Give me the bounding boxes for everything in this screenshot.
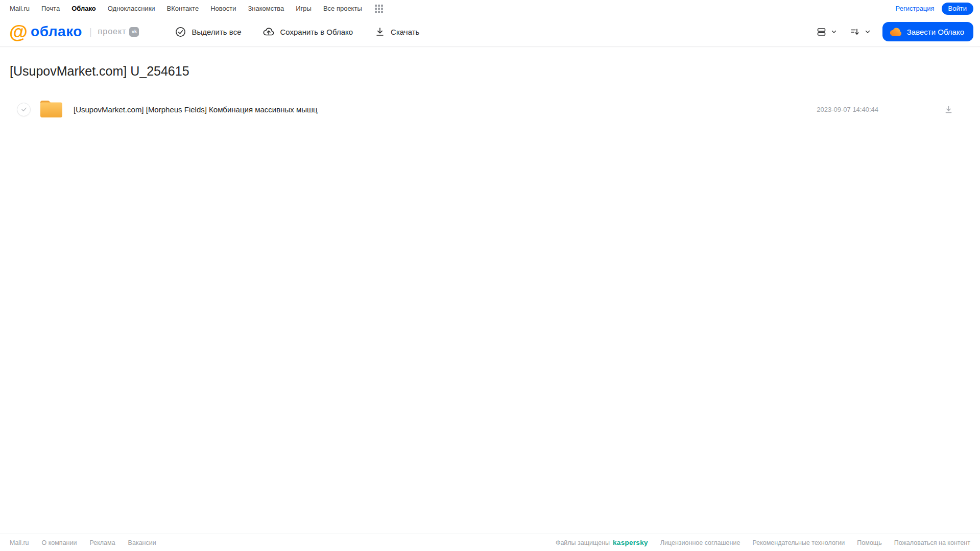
list-view-icon xyxy=(816,27,827,37)
footer-link-jobs[interactable]: Вакансии xyxy=(128,539,156,546)
cloud-upload-icon xyxy=(262,26,275,38)
nav-item-pochta[interactable]: Почта xyxy=(41,5,60,12)
sort-icon xyxy=(850,27,861,37)
nav-item-odnoklassniki[interactable]: Одноклассники xyxy=(108,5,155,12)
file-row[interactable]: [UsupovMarket.com] [Morpheus Fields] Ком… xyxy=(10,98,970,121)
nav-item-znakomstva[interactable]: Знакомства xyxy=(248,5,284,12)
auth-controls: Регистрация Войти xyxy=(896,3,973,15)
logo-divider: | xyxy=(89,27,92,37)
page-footer: Mail.ru О компании Реклама Вакансии Файл… xyxy=(0,534,980,551)
get-cloud-button[interactable]: Завести Облако xyxy=(882,22,973,41)
view-mode-dropdown[interactable] xyxy=(816,27,838,37)
footer-link-mailru[interactable]: Mail.ru xyxy=(10,539,29,546)
save-to-cloud-button[interactable]: Сохранить в Облако xyxy=(262,26,353,38)
page-title: [UsupovMarket.com] U_254615 xyxy=(10,64,970,79)
apps-grid-icon[interactable] xyxy=(375,5,383,13)
nav-item-mailru[interactable]: Mail.ru xyxy=(10,5,30,12)
nav-item-oblako[interactable]: Облако xyxy=(71,5,96,12)
nav-item-igry[interactable]: Игры xyxy=(296,5,312,12)
footer-link-help[interactable]: Помощь xyxy=(857,539,881,546)
view-sort-controls xyxy=(816,27,871,37)
nav-item-novosti[interactable]: Новости xyxy=(210,5,236,12)
footer-right-links: Файлы защищены kaspersky Лицензионное со… xyxy=(556,539,970,546)
check-circle-icon xyxy=(175,26,186,38)
sort-dropdown[interactable] xyxy=(850,27,871,37)
get-cloud-label: Завести Облако xyxy=(907,28,964,36)
download-label: Скачать xyxy=(391,28,419,36)
footer-link-recommendations[interactable]: Рекомендательные технологии xyxy=(752,539,845,546)
footer-link-about[interactable]: О компании xyxy=(42,539,77,546)
footer-left-links: Mail.ru О компании Реклама Вакансии xyxy=(10,539,156,546)
mailru-at-icon: @ xyxy=(9,22,28,41)
download-button[interactable]: Скачать xyxy=(374,26,419,37)
chevron-down-icon xyxy=(830,28,838,35)
file-name-link[interactable]: [UsupovMarket.com] [Morpheus Fields] Ком… xyxy=(74,105,318,114)
folder-icon xyxy=(40,99,63,120)
kaspersky-logo: kaspersky xyxy=(613,539,648,546)
cloud-logo[interactable]: @ облако | проект vk xyxy=(9,22,139,41)
cloud-color-icon xyxy=(890,27,902,36)
kaspersky-protection: Файлы защищены kaspersky xyxy=(556,539,648,546)
portal-nav-links: Mail.ru Почта Облако Одноклассники ВКонт… xyxy=(10,5,383,13)
footer-link-ads[interactable]: Реклама xyxy=(89,539,115,546)
download-icon xyxy=(374,26,386,37)
footer-link-license[interactable]: Лицензионное соглашение xyxy=(660,539,740,546)
registration-link[interactable]: Регистрация xyxy=(896,5,935,12)
nav-item-vkontakte[interactable]: ВКонтакте xyxy=(167,5,199,12)
select-all-label: Выделить все xyxy=(192,28,241,36)
file-toolbar: Выделить все Сохранить в Облако Скачат xyxy=(175,26,419,38)
login-button[interactable]: Войти xyxy=(942,3,973,15)
nav-item-vse-proekty[interactable]: Все проекты xyxy=(323,5,362,12)
row-checkbox[interactable] xyxy=(17,103,31,116)
vk-badge-icon: vk xyxy=(129,27,139,37)
project-label: проект xyxy=(98,27,127,36)
file-list: [UsupovMarket.com] [Morpheus Fields] Ком… xyxy=(10,98,970,121)
portal-navbar: Mail.ru Почта Облако Одноклассники ВКонт… xyxy=(0,0,980,17)
footer-link-report[interactable]: Пожаловаться на контент xyxy=(894,539,970,546)
file-date: 2023-09-07 14:40:44 xyxy=(817,106,878,113)
main-content: [UsupovMarket.com] U_254615 xyxy=(0,64,980,121)
chevron-down-icon xyxy=(864,28,871,35)
protected-label: Файлы защищены xyxy=(556,539,610,546)
save-to-cloud-label: Сохранить в Облако xyxy=(280,28,353,36)
row-download-icon[interactable] xyxy=(944,105,953,114)
cloud-logo-text: облако xyxy=(31,23,82,40)
app-header: @ облако | проект vk Выделить все xyxy=(0,17,980,47)
select-all-button[interactable]: Выделить все xyxy=(175,26,241,38)
